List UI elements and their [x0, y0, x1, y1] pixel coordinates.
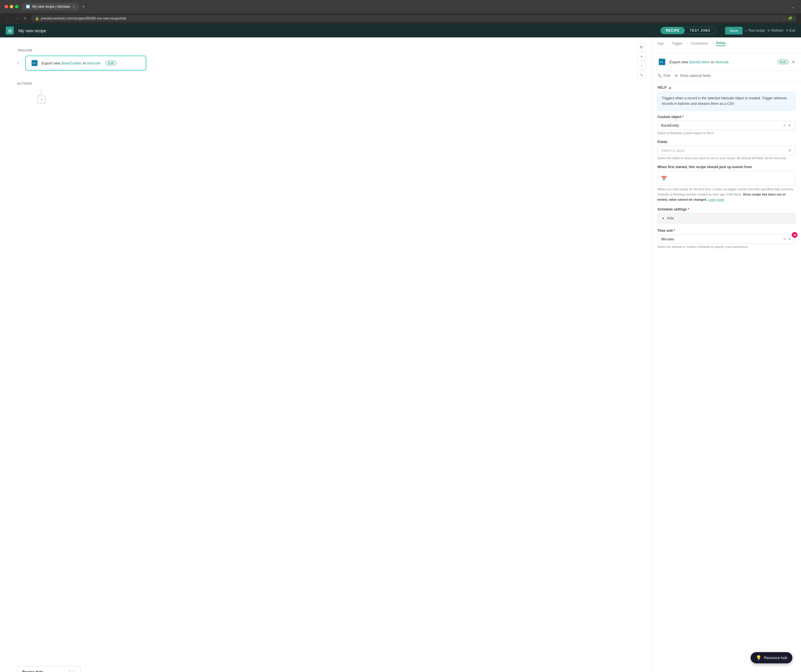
panel-search-row: 🔍 Find 👁 Show optional fields — [652, 71, 801, 81]
save-button[interactable]: Save — [725, 27, 743, 35]
time-unit-icons: ✕ ▼ — [783, 237, 791, 241]
refresh-canvas-button[interactable]: ↻ — [638, 43, 646, 51]
minimize-traffic-light[interactable] — [10, 5, 13, 8]
eye-icon: 👁 — [675, 74, 678, 78]
help-label: HELP — [658, 85, 667, 90]
trigger-header-icon: NS — [658, 57, 667, 66]
address-bar-row: ← → ↻ 🔒 preview.workato.com/recipes/9508… — [0, 13, 801, 24]
active-browser-tab[interactable]: My new recipe | Workato ✕ — [22, 3, 79, 10]
exit-button[interactable]: ✕ Exit — [786, 29, 795, 32]
time-unit-clear-icon[interactable]: ✕ — [783, 237, 786, 241]
add-step-button[interactable]: + — [37, 95, 45, 104]
header-actions: Save ○ Test recipe ↻ Refresh ✕ Exit — [725, 27, 795, 35]
bookmark-icon[interactable]: ☆ — [783, 16, 786, 21]
nav-buttons: ← → ↻ — [5, 15, 29, 22]
address-bar-icons: ☆ 🧩 — [783, 16, 792, 21]
clear-icon[interactable]: ✕ — [783, 123, 786, 127]
window-minimize-icon[interactable]: ⌄ — [790, 3, 796, 10]
custom-object-value: BankEntity — [661, 123, 679, 127]
zoom-out-button[interactable]: − — [638, 61, 646, 70]
trigger-card-text: Export new BankEntities in Netsuite — [42, 61, 101, 65]
select-icons: ✕ ▼ — [783, 123, 791, 127]
actions-label: ACTIONS — [17, 82, 634, 85]
refresh-button[interactable]: ↻ Refresh — [767, 29, 783, 32]
fields-placeholder: Select a value — [661, 148, 685, 153]
chevron-up-icon: ▲ — [668, 85, 672, 90]
main-content: ↻ + − ⤡ TRIGGER 1 NS Export new BankEnti… — [0, 37, 801, 672]
svg-rect-0 — [26, 5, 29, 8]
resource-hub-button[interactable]: 💡 Resource hub — [751, 652, 792, 663]
fields-chevron-down-icon[interactable]: ▼ — [788, 148, 791, 153]
refresh-icon: ↻ — [767, 29, 770, 32]
rp-entity-link[interactable]: BankEntities — [689, 60, 710, 64]
recipe-name: My new recipe — [18, 28, 46, 33]
netsuite-icon: NS — [31, 59, 39, 67]
breadcrumb-connection[interactable]: Connection — [690, 42, 708, 45]
tab-favicon — [26, 5, 30, 9]
time-unit-select[interactable]: Minutes ✕ ▼ — [658, 234, 795, 244]
breadcrumb-arrow-1: → — [666, 42, 669, 45]
test-recipe-button[interactable]: ○ Test recipe — [745, 29, 765, 32]
netsuite-link[interactable]: Netsuite — [87, 61, 101, 65]
address-bar[interactable]: 🔒 preview.workato.com/recipes/95085-my-n… — [31, 15, 796, 22]
maximize-traffic-light[interactable] — [15, 5, 18, 8]
when-started-input[interactable]: 📅 — [658, 171, 795, 186]
browser-titlebar: My new recipe | Workato ✕ + ⌄ — [0, 0, 801, 13]
rp-app-link[interactable]: Netsuite — [715, 60, 729, 64]
fields-select[interactable]: Select a value ▼ — [658, 146, 795, 155]
extensions-icon[interactable]: 🧩 — [788, 16, 792, 21]
breadcrumb-app[interactable]: App — [658, 42, 663, 45]
back-button[interactable]: ← — [5, 15, 12, 22]
schedule-toggle[interactable]: ▼ Hide — [658, 213, 795, 223]
calendar-icon: 📅 — [661, 176, 667, 181]
svg-text:NS: NS — [32, 62, 36, 64]
url-text: preview.workato.com/recipes/95085-my-new… — [41, 16, 126, 21]
tab-recipe[interactable]: RECIPE — [661, 27, 685, 34]
time-unit-chevron-icon[interactable]: ▼ — [788, 237, 791, 241]
connector-line — [41, 89, 41, 95]
schedule-required-indicator: * — [688, 207, 689, 211]
breadcrumb-trigger[interactable]: Trigger — [672, 42, 682, 45]
find-button[interactable]: 🔍 Find — [658, 74, 670, 78]
bank-entities-link[interactable]: BankEntities — [61, 61, 82, 65]
rp-bulk-badge: Bulk — [777, 60, 789, 64]
custom-object-field: Custom object * BankEntity ✕ ▼ Select a … — [658, 115, 795, 135]
close-panel-button[interactable]: ✕ — [791, 59, 795, 65]
actions-connector: + — [17, 89, 634, 104]
learn-more-link[interactable]: Learn more — [708, 198, 724, 201]
show-optional-fields-button[interactable]: 👁 Show optional fields — [675, 74, 711, 78]
breadcrumb-setup[interactable]: Setup — [716, 41, 725, 46]
chevron-down-icon[interactable]: ▼ — [788, 123, 791, 127]
chevron-down-toggle-icon: ▼ — [662, 217, 664, 220]
breadcrumb-arrow-3: → — [710, 42, 714, 45]
actions-area: ACTIONS + — [0, 82, 651, 110]
forward-button[interactable]: → — [13, 15, 21, 22]
schedule-settings-section: Schedule settings * ▼ Hide — [658, 207, 795, 223]
expand-button[interactable]: ⤡ — [638, 71, 646, 79]
custom-object-hint: Select a NetSuite custom object to fetch — [658, 131, 795, 135]
help-text: Triggers when a record in the selected N… — [658, 92, 795, 110]
tab-close-button[interactable]: ✕ — [72, 5, 75, 8]
right-panel: App → Trigger → Connection → Setup NS Ex… — [651, 37, 801, 672]
new-tab-button[interactable]: + — [81, 3, 86, 10]
required-indicator: * — [682, 115, 684, 119]
trigger-node: 1 NS Export new BankEntities in Netsuite… — [17, 56, 634, 71]
canvas-area: ↻ + − ⤡ TRIGGER 1 NS Export new BankEnti… — [0, 37, 651, 672]
panel-body: HELP ▲ Triggers when a record in the sel… — [652, 81, 801, 672]
trigger-area: TRIGGER 1 NS Export new BankEntities in … — [0, 37, 651, 82]
schedule-settings-label: Schedule settings * — [658, 207, 795, 211]
test-icon: ○ — [745, 29, 747, 32]
drag-handle[interactable]: ⋮⋮ — [68, 670, 76, 672]
fields-label: Fields — [658, 140, 795, 144]
time-unit-hint: Select an interval or custom schedule to… — [658, 245, 795, 248]
help-toggle[interactable]: HELP ▲ — [658, 85, 795, 90]
zoom-in-button[interactable]: + — [638, 52, 646, 60]
reload-button[interactable]: ↻ — [22, 15, 29, 22]
tab-test-jobs[interactable]: TEST JOBS — [685, 27, 716, 34]
time-unit-value: Minutes — [661, 237, 674, 241]
custom-object-select[interactable]: BankEntity ✕ ▼ — [658, 121, 795, 130]
breadcrumb-arrow-2: → — [685, 42, 688, 45]
close-traffic-light[interactable] — [5, 5, 8, 8]
step-number: 1 — [17, 61, 22, 65]
trigger-card[interactable]: NS Export new BankEntities in Netsuite B… — [25, 56, 146, 71]
